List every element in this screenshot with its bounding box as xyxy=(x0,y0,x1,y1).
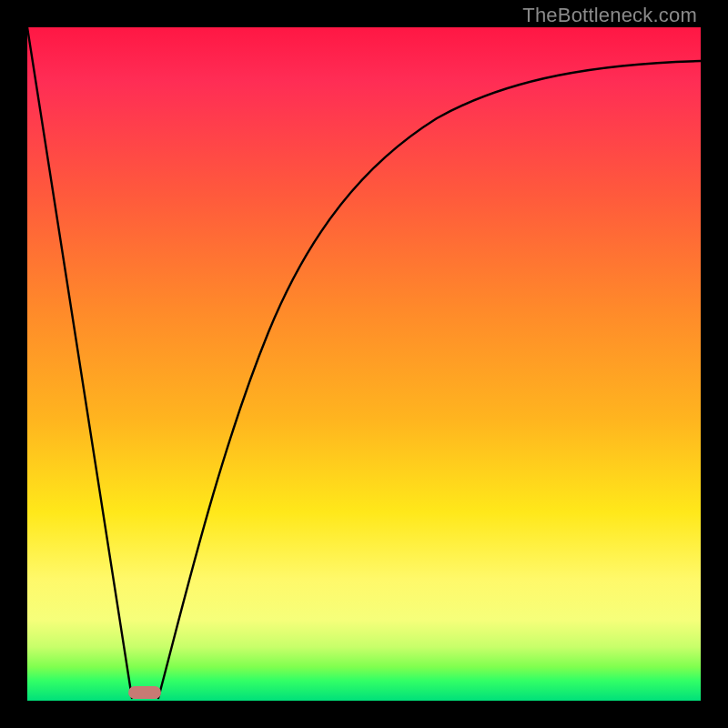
curve-left-descent xyxy=(27,27,132,698)
notch-marker xyxy=(128,686,161,699)
watermark-text: TheBottleneck.com xyxy=(522,4,697,27)
curve-layer xyxy=(27,27,701,701)
chart-frame: TheBottleneck.com xyxy=(0,0,728,728)
plot-area xyxy=(27,27,701,701)
curve-right-rise xyxy=(158,61,701,698)
